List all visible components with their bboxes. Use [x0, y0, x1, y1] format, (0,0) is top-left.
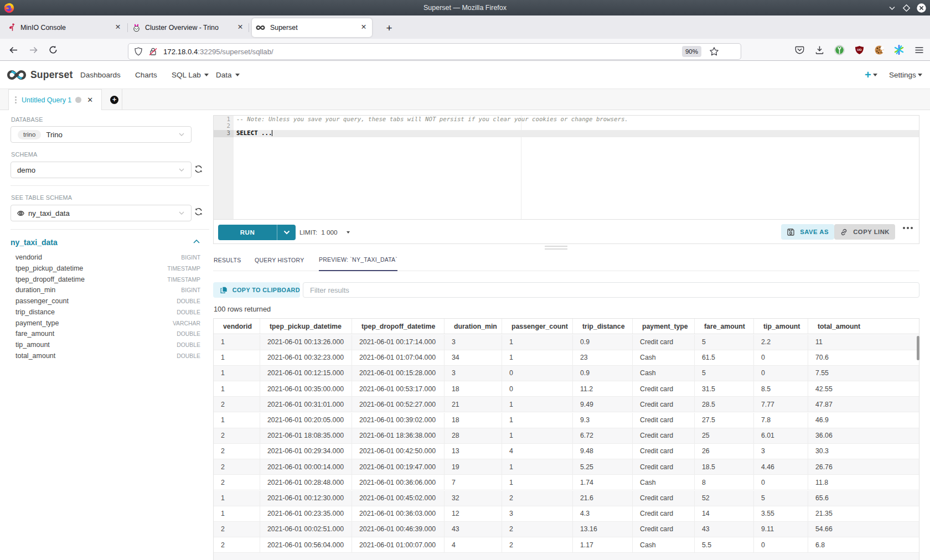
resize-handle[interactable]	[545, 246, 567, 251]
pocket-icon[interactable]	[789, 40, 809, 60]
schema-select[interactable]: demo	[11, 162, 192, 178]
table-row[interactable]: 12021-06-01 00:32:23.0002021-06-01 01:07…	[214, 350, 919, 366]
navbar-plus-caret-icon[interactable]	[873, 61, 877, 89]
downloads-icon[interactable]	[809, 40, 829, 60]
table-row[interactable]: 12021-06-01 00:35:00.0002021-06-01 00:53…	[214, 381, 919, 397]
schema-column-row[interactable]: total_amountDOUBLE	[16, 352, 200, 360]
more-options-icon[interactable]	[903, 227, 913, 229]
menu-hamburger-icon[interactable]	[909, 40, 929, 60]
settings-menu[interactable]: Settings	[889, 61, 916, 89]
results-tab-label: PREVIEW: `NY_TAXI_DATA`	[319, 256, 397, 263]
table-row[interactable]: 22021-06-01 00:02:51.0002021-06-01 00:46…	[214, 522, 919, 537]
browser-tab-title: Superset	[270, 24, 298, 32]
run-button-label[interactable]: RUN	[218, 225, 277, 240]
table-row[interactable]: 22021-06-01 18:08:35.0002021-06-01 18:36…	[214, 428, 919, 444]
editor-code-line[interactable]: -- Note: Unless you save your query, the…	[234, 116, 919, 123]
table-row[interactable]: 12021-06-01 00:13:26.0002021-06-01 00:17…	[214, 335, 919, 350]
results-tab-query-history[interactable]: QUERY HISTORY	[255, 244, 304, 271]
collapse-chevron-icon[interactable]	[193, 240, 200, 243]
table-row[interactable]: 22021-06-01 00:28:48.0002021-06-01 00:36…	[214, 475, 919, 490]
table-row[interactable]: 22021-06-01 00:29:34.0002021-06-01 00:42…	[214, 444, 919, 459]
multiaccount-extension-icon[interactable]	[889, 40, 909, 60]
run-caret-icon[interactable]	[277, 225, 296, 240]
url-bar[interactable]: 172.18.0.4:32295/superset/sqllab/ 90%	[128, 43, 741, 60]
unsaved-dot-icon	[75, 97, 81, 103]
table-row[interactable]: 12021-06-01 00:23:35.0002021-06-01 00:36…	[214, 506, 919, 522]
filter-results-input[interactable]	[303, 282, 919, 298]
limit-caret-icon[interactable]	[347, 231, 350, 234]
table-cell: 2021-06-01 00:12:15.000	[260, 366, 352, 381]
table-row[interactable]: 22021-06-01 00:00:14.0002021-06-01 00:19…	[214, 459, 919, 475]
window-close-icon[interactable]	[917, 3, 926, 13]
table-refresh-icon[interactable]	[194, 208, 203, 216]
table-cell: 32	[445, 491, 502, 506]
schema-column-row[interactable]: passenger_countDOUBLE	[16, 297, 200, 305]
schema-column-row[interactable]: tip_amountDOUBLE	[16, 341, 200, 349]
table-row[interactable]: 22021-06-01 00:56:04.0002021-06-01 01:00…	[214, 537, 919, 553]
lock-insecure-icon[interactable]	[148, 47, 158, 56]
window-maximize-icon[interactable]	[902, 4, 911, 12]
table-row[interactable]: 12021-06-01 00:20:05.0002021-06-01 00:39…	[214, 413, 919, 428]
new-tab-button[interactable]: +	[382, 21, 396, 35]
save-as-button[interactable]: SAVE AS	[781, 224, 834, 240]
browser-tab-superset[interactable]: Superset✕	[252, 18, 372, 37]
reload-button[interactable]	[45, 42, 61, 58]
run-button[interactable]: RUN	[218, 225, 296, 240]
query-tab[interactable]: Untitled Query 1 ✕	[8, 89, 102, 110]
cookie-extension-icon[interactable]	[869, 40, 889, 60]
table-cell: 1	[502, 397, 573, 412]
url-text[interactable]: 172.18.0.4:32295/superset/sqllab/	[163, 48, 273, 56]
limit-control[interactable]: LIMIT: 1 000	[299, 225, 350, 240]
table-scrollbar-thumb[interactable]	[917, 336, 919, 360]
drag-handle-icon[interactable]	[15, 96, 17, 103]
copy-to-clipboard-button[interactable]: COPY TO CLIPBOARD	[213, 282, 300, 298]
shield-icon[interactable]	[134, 47, 143, 56]
save-as-label[interactable]: SAVE AS	[800, 229, 829, 235]
limit-label: LIMIT:	[299, 229, 317, 236]
database-select[interactable]: trino Trino	[11, 126, 192, 143]
tab-close-icon[interactable]: ✕	[112, 22, 123, 33]
query-tab-close-icon[interactable]: ✕	[87, 96, 93, 104]
schema-column-row[interactable]: duration_minBIGINT	[16, 286, 200, 294]
bookmark-star-icon[interactable]	[709, 46, 719, 56]
schema-column-row[interactable]: tpep_pickup_datetimeTIMESTAMP	[16, 265, 200, 272]
schema-column-row[interactable]: vendoridBIGINT	[16, 253, 200, 261]
results-tab-preview-ny-taxi-data[interactable]: PREVIEW: `NY_TAXI_DATA`	[319, 244, 397, 271]
add-query-tab-icon[interactable]: +	[110, 96, 118, 104]
schema-refresh-icon[interactable]	[194, 165, 203, 173]
limit-value[interactable]: 1 000	[321, 229, 338, 236]
window-minimize-icon[interactable]	[888, 4, 896, 12]
editor-code-line[interactable]: SELECT ...	[234, 130, 919, 137]
table-schema-title[interactable]: ny_taxi_data	[11, 238, 58, 247]
table-cell: 13	[445, 444, 502, 459]
table-row[interactable]: 12021-06-01 00:12:30.0002021-06-01 00:45…	[214, 491, 919, 506]
copy-link-label[interactable]: COPY LINK	[853, 229, 890, 235]
zoom-level-badge[interactable]: 90%	[682, 46, 701, 57]
schema-column-row[interactable]: fare_amountDOUBLE	[16, 330, 200, 338]
browser-tab-cluster-overview-trino[interactable]: Cluster Overview - Trino✕	[129, 18, 249, 37]
navbar-plus-button[interactable]: +	[865, 61, 871, 89]
results-tab-results[interactable]: RESULTS	[214, 244, 241, 271]
copy-icon	[220, 286, 228, 294]
tab-close-icon[interactable]: ✕	[358, 22, 369, 33]
tab-close-icon[interactable]: ✕	[235, 22, 246, 33]
copy-link-button[interactable]: COPY LINK	[834, 224, 895, 240]
tab-separator	[249, 23, 249, 32]
table-row[interactable]: 12021-06-01 00:12:15.0002021-06-01 00:15…	[214, 366, 919, 381]
schema-column-row[interactable]: trip_distanceDOUBLE	[16, 308, 200, 316]
add-query-tab-cell[interactable]: +	[102, 89, 122, 110]
table-select[interactable]: ny_taxi_data	[11, 205, 192, 221]
schema-column-row[interactable]: tpep_dropoff_datetimeTIMESTAMP	[16, 276, 200, 283]
browser-tab-minio-console[interactable]: MinIO Console✕	[4, 18, 126, 37]
query-tab-title[interactable]: Untitled Query 1	[22, 96, 71, 104]
ace-editor[interactable]: 123 -- Note: Unless you save your query,…	[214, 116, 919, 220]
back-button[interactable]	[6, 42, 21, 58]
table-row-partial[interactable]	[214, 553, 919, 560]
privacy-extension-icon[interactable]	[829, 40, 849, 60]
editor-code-line[interactable]	[234, 123, 919, 130]
forward-button[interactable]	[25, 42, 41, 58]
copy-to-clipboard-label[interactable]: COPY TO CLIPBOARD	[232, 287, 300, 293]
ublock-icon[interactable]: UO	[849, 40, 869, 60]
table-row[interactable]: 22021-06-01 00:31:01.0002021-06-01 00:52…	[214, 397, 919, 412]
schema-column-row[interactable]: payment_typeVARCHAR	[16, 319, 200, 327]
